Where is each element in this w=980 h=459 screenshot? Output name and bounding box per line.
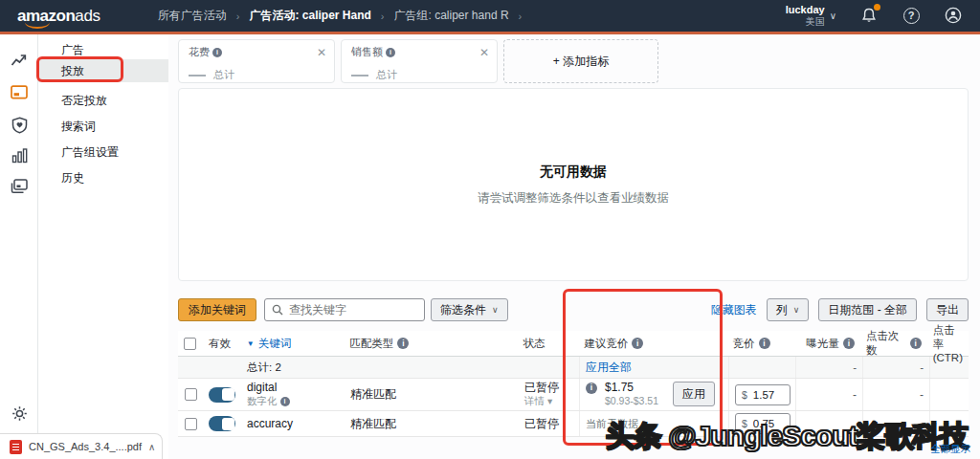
filter-button[interactable]: 筛选条件 ∨ — [431, 298, 508, 321]
sort-desc-icon: ▼ — [247, 339, 255, 348]
chevron-up-icon[interactable]: ∧ — [148, 442, 155, 452]
info-icon[interactable]: i — [386, 48, 395, 57]
breadcrumb-separator-icon: › — [519, 11, 523, 22]
amazon-ads-app: amazonads 所有广告活动 › 广告活动: caliper Hand › … — [0, 0, 980, 459]
bar-chart-icon — [11, 148, 28, 164]
info-icon[interactable]: i — [586, 382, 597, 394]
help-button[interactable]: ? — [902, 6, 921, 25]
download-filename[interactable]: CN_GS_Ads_3.4_....pdf — [29, 441, 142, 452]
impressions-value: - — [796, 379, 863, 410]
menu-item-search-terms[interactable]: 搜索词 — [38, 115, 168, 138]
sidebar-performance-button[interactable] — [0, 53, 38, 68]
match-type-value: 精准匹配 — [345, 411, 519, 436]
sidebar-ads-section-button[interactable] — [0, 85, 38, 99]
chevron-down-icon: ∨ — [830, 11, 836, 21]
download-bar[interactable]: CN_GS_Ads_3.4_....pdf ∧ — [0, 433, 163, 459]
keyword-translation: 数字化 — [247, 395, 278, 407]
sidebar-creatives-button[interactable] — [0, 179, 38, 194]
search-icon — [272, 304, 283, 316]
row-checkbox[interactable] — [185, 388, 197, 401]
table-header-row: 有效 ▼ 关键词 匹配类型i 状态 建议竞价i 竞价i 曝光量i — [178, 331, 969, 357]
legend-label: 总计 — [376, 68, 397, 82]
status-detail-dropdown[interactable]: 详情 ▾ — [524, 395, 559, 407]
toggle-knob — [222, 388, 234, 401]
legend-line-swatch — [351, 75, 368, 76]
search-input[interactable] — [289, 303, 404, 317]
trend-chart-icon — [11, 53, 28, 68]
keyword-active-toggle[interactable] — [209, 387, 235, 403]
info-icon[interactable]: i — [212, 48, 222, 57]
toggle-knob — [222, 418, 234, 430]
chart-empty-state: 无可用数据 请尝试调整筛选条件以查看业绩数据 — [178, 88, 969, 281]
amazon-smile-icon — [25, 21, 50, 29]
breadcrumb-campaign[interactable]: 广告活动: caliper Hand — [249, 8, 370, 24]
info-icon[interactable]: i — [280, 397, 290, 406]
notifications-button[interactable] — [859, 6, 879, 25]
table-toolbar: 添加关键词 筛选条件 ∨ 隐藏图表 列 ∨ 日期范围 - 全部 导出 — [178, 297, 969, 322]
sidebar-brand-safety-button[interactable] — [0, 117, 38, 134]
breadcrumb-ad-group[interactable]: 广告组: caliper hand R — [394, 8, 509, 24]
menu-item-history[interactable]: 历史 — [38, 166, 168, 189]
metric-card-sales: 销售额 i ✕ 总计 — [341, 39, 498, 83]
close-icon[interactable]: ✕ — [317, 47, 326, 58]
gear-icon — [11, 405, 28, 422]
info-icon[interactable]: i — [759, 338, 770, 349]
add-metric-button[interactable]: + 添加指标 — [503, 39, 658, 83]
bid-input-box[interactable]: $ — [735, 384, 791, 405]
header-active: 有效 — [203, 331, 241, 356]
top-navigation-bar: amazonads 所有广告活动 › 广告活动: caliper Hand › … — [0, 0, 980, 34]
show-all-link[interactable]: 全部显示 — [930, 443, 970, 456]
breadcrumb: 所有广告活动 › 广告活动: caliper Hand › 广告组: calip… — [158, 8, 522, 24]
row-checkbox[interactable] — [185, 418, 197, 430]
header-keyword-sort[interactable]: ▼ 关键词 — [241, 331, 345, 356]
settings-button[interactable] — [0, 405, 38, 422]
account-switcher[interactable]: luckday 美国 ∨ — [786, 4, 836, 27]
apply-all-link[interactable]: 应用全部 — [586, 360, 632, 376]
profile-button[interactable] — [944, 6, 963, 25]
hide-chart-link[interactable]: 隐藏图表 — [711, 302, 757, 318]
keyword-active-toggle[interactable] — [209, 416, 235, 431]
shield-heart-icon — [11, 117, 28, 134]
bid-value-input[interactable] — [753, 389, 786, 401]
menu-item-ads[interactable]: 广告 — [38, 38, 168, 61]
keyword-text: digital — [247, 381, 290, 395]
summary-row: 总计: 2 应用全部 - - — [178, 357, 969, 379]
match-type-value: 精准匹配 — [345, 379, 519, 410]
bid-input-box[interactable]: $ — [735, 413, 791, 434]
menu-item-ad-group-settings[interactable]: 广告组设置 — [38, 141, 168, 164]
menu-item-targeting[interactable]: 投放 — [38, 59, 168, 82]
date-range-button[interactable]: 日期范围 - 全部 — [818, 298, 917, 321]
export-button[interactable]: 导出 — [926, 298, 969, 321]
header-ctr: 点击率 (CTR) — [927, 331, 969, 356]
suggested-bid-value: $1.75 — [605, 381, 634, 396]
legend-label: 总计 — [213, 68, 234, 82]
summary-total: 总计: 2 — [241, 357, 345, 378]
bid-value-input[interactable] — [753, 418, 786, 429]
sidebar-reports-button[interactable] — [0, 148, 38, 164]
header-status: 状态 — [518, 331, 579, 356]
close-icon[interactable]: ✕ — [479, 47, 489, 58]
select-all-checkbox[interactable] — [184, 338, 196, 350]
stacked-windows-icon — [11, 179, 28, 194]
user-name: luckday — [786, 4, 825, 16]
menu-item-negative-targeting[interactable]: 否定投放 — [38, 89, 168, 112]
icon-rail-sidebar — [0, 34, 38, 459]
apply-suggested-bid-button[interactable]: 应用 — [673, 382, 715, 406]
info-icon[interactable]: i — [843, 338, 855, 349]
summary-impressions: - — [796, 357, 863, 378]
status-value: 已暂停 — [524, 381, 559, 395]
keyword-search-box[interactable] — [264, 298, 425, 321]
user-region: 美国 — [786, 16, 825, 28]
add-keywords-button[interactable]: 添加关键词 — [178, 298, 256, 321]
amazon-ads-logo[interactable]: amazonads — [17, 7, 100, 26]
logo-ads-text: ads — [75, 7, 100, 26]
table-row: digital 数字化i 精准匹配 已暂停 详情 ▾ i$1.75 $ — [178, 379, 969, 411]
info-icon[interactable]: i — [910, 338, 922, 349]
ad-card-icon — [11, 85, 28, 99]
breadcrumb-all-campaigns[interactable]: 所有广告活动 — [158, 8, 227, 24]
keywords-table: 有效 ▼ 关键词 匹配类型i 状态 建议竞价i 竞价i 曝光量i — [178, 331, 969, 437]
info-icon[interactable]: i — [397, 338, 409, 349]
header-clicks: 点击次数i — [860, 331, 927, 356]
columns-button[interactable]: 列 ∨ — [767, 298, 810, 321]
info-icon[interactable]: i — [632, 338, 643, 349]
